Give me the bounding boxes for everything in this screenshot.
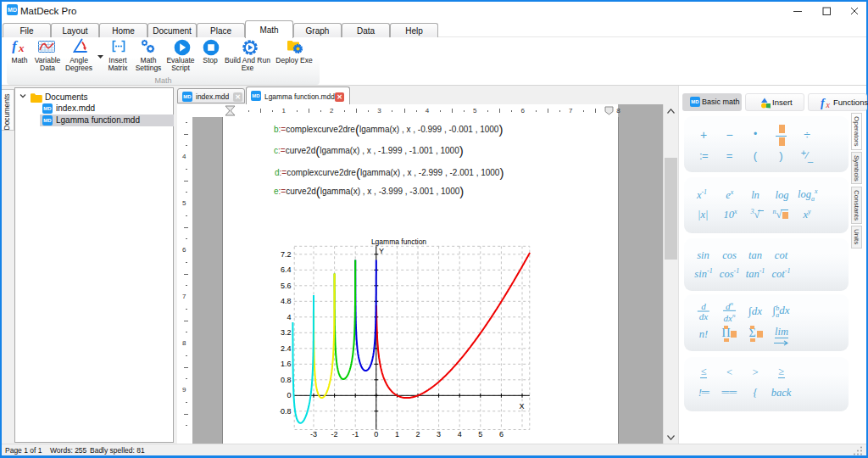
svg-text:-2: -2 <box>331 430 338 438</box>
svg-text:4: 4 <box>287 313 291 321</box>
svg-text:3: 3 <box>437 430 441 438</box>
svg-text:0: 0 <box>287 391 291 399</box>
svg-text:6.4: 6.4 <box>281 265 292 274</box>
svg-text:Lgamma function: Lgamma function <box>371 237 426 246</box>
svg-text:4.8: 4.8 <box>281 297 292 305</box>
svg-text:-3: -3 <box>310 430 317 438</box>
svg-text:5.6: 5.6 <box>281 282 292 290</box>
svg-text:-0.8: -0.8 <box>280 407 292 416</box>
svg-text:x: x <box>18 42 25 53</box>
svg-text:0.8: 0.8 <box>281 376 292 384</box>
svg-text:1: 1 <box>395 430 399 438</box>
svg-text:f: f <box>12 39 19 53</box>
svg-text:3.2: 3.2 <box>281 328 292 337</box>
svg-text:2: 2 <box>415 430 420 438</box>
svg-text:6: 6 <box>499 430 504 438</box>
svg-text:2.4: 2.4 <box>281 344 292 353</box>
svg-text:0: 0 <box>374 430 378 438</box>
svg-text:X: X <box>520 402 525 411</box>
svg-text:Y: Y <box>379 247 384 255</box>
svg-text:f: f <box>821 97 826 109</box>
svg-text:4: 4 <box>458 430 462 438</box>
svg-text:-1: -1 <box>352 430 359 438</box>
svg-text:5: 5 <box>478 430 482 438</box>
svg-text:1.6: 1.6 <box>281 360 292 368</box>
svg-text:7.2: 7.2 <box>281 250 292 259</box>
svg-text:x: x <box>826 100 831 109</box>
